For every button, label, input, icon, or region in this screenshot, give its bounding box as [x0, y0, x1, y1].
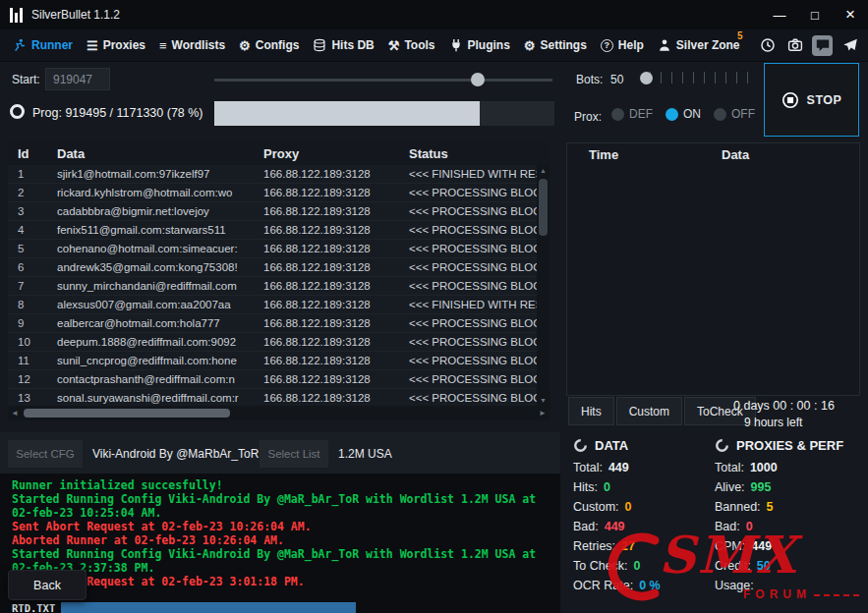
table-row[interactable]: 11sunil_cncprog@rediffmail.com:hone166.8… [8, 352, 537, 370]
cell-proxy: 166.88.122.189:3128 [254, 187, 399, 198]
start-input[interactable]: 919047 [45, 68, 110, 90]
stat-label: To Check: [573, 559, 628, 573]
table-row[interactable]: 12contactprashanth@rediffmail.com:n166.8… [8, 370, 537, 389]
scroll-right-icon[interactable]: ► [539, 409, 547, 418]
nav-label: Help [618, 38, 644, 52]
cell-data: fenix511@gmail.com:starwars511 [47, 224, 254, 236]
nav-proxies[interactable]: ☰ Proxies [80, 29, 152, 61]
cell-status: <<< PROCESSING BLOC [399, 243, 537, 254]
maximize-button[interactable]: □ [797, 0, 833, 29]
close-button[interactable]: × [833, 0, 868, 29]
telegram-icon[interactable] [839, 35, 860, 56]
nav-settings[interactable]: ⚙ Settings [517, 29, 594, 61]
nav-plugins[interactable]: Plugins [442, 29, 517, 61]
col-status: Status [399, 146, 550, 161]
prox-option-on[interactable]: ON [665, 107, 701, 121]
table-row[interactable]: 5cohenano@hotmail.com:simeacuer:166.88.1… [8, 240, 537, 258]
horizontal-scrollbar[interactable]: ◄ ► [8, 406, 550, 420]
plug-icon [449, 38, 463, 52]
select-list-button[interactable]: Select List [260, 440, 328, 468]
nav-configs[interactable]: ⚙ Configs [232, 29, 306, 61]
nav-wordlists[interactable]: ≡ Wordlists [152, 29, 232, 61]
prox-option-off[interactable]: OFF [714, 107, 755, 121]
scroll-up-icon[interactable]: ▲ [537, 167, 550, 174]
nav-tools[interactable]: ⚒ Tools [381, 29, 442, 61]
scroll-down-icon[interactable]: ▼ [537, 397, 550, 404]
table-row[interactable]: 9ealbercar@hotmail.com:hola777166.88.122… [8, 314, 537, 333]
vertical-scrollbar[interactable]: ▲ ▼ [537, 165, 550, 406]
table-row[interactable]: 3cadabbbra@bigmir.net:lovejoy166.88.122.… [8, 202, 537, 221]
app-window: SilverBullet 1.1.2 — □ × Runner ☰ Proxie… [0, 0, 868, 613]
history-icon[interactable] [757, 35, 778, 56]
tab-hits[interactable]: Hits [568, 397, 614, 425]
slider-handle[interactable] [640, 72, 653, 84]
stat-value: 449 [605, 520, 625, 533]
select-cfg-button[interactable]: Select CFG [8, 440, 83, 468]
col-data: Data [47, 146, 254, 161]
radio-icon [714, 108, 726, 121]
stat-value: 50 [757, 559, 771, 573]
cell-status: <<< PROCESSING BLOC [399, 336, 537, 348]
stat-value: 1000 [750, 461, 778, 474]
prox-on-label: ON [683, 107, 701, 121]
cell-proxy: 166.88.122.189:3128 [254, 243, 399, 254]
scrollbar-thumb[interactable] [539, 179, 548, 236]
col-proxy: Proxy [254, 146, 399, 161]
bots-label: Bots: [576, 73, 603, 86]
tools-icon: ⚒ [388, 39, 400, 52]
table-row[interactable]: 8alexsus007@gmail.com:aa2007aa166.88.122… [8, 296, 537, 314]
progress-ring-icon[interactable] [10, 104, 25, 119]
nav-runner[interactable]: Runner [6, 29, 80, 61]
nav-silver-zone[interactable]: Silver Zone 5 [651, 29, 747, 61]
minimize-button[interactable]: — [762, 0, 797, 29]
stat-label: OCR Rate: [573, 579, 633, 592]
camera-icon[interactable] [784, 35, 805, 56]
table-row[interactable]: 10deepum.1888@rediffmail.com:9092166.88.… [8, 333, 537, 352]
table-row[interactable]: 13sonal.suryawanshi@rediffmail.com:r166.… [8, 389, 537, 406]
log-line: Sent Abort Request at 02-feb-23 10:26:04… [12, 520, 550, 533]
stat-row: Bad:449 [573, 517, 711, 536]
chat-icon[interactable] [812, 35, 833, 56]
log-line: Started Running Config Viki-Android By @… [12, 547, 550, 575]
scrollbar-thumb[interactable] [24, 409, 230, 418]
stat-label: Credit: [715, 559, 751, 573]
table-row[interactable]: 7sunny_mirchandani@rediffmail.com166.88.… [8, 277, 537, 296]
nav-label: Wordlists [172, 38, 225, 52]
stat-row: Credit:50 [715, 556, 862, 576]
wordlist-position-slider[interactable] [214, 73, 552, 86]
stat-row: To Check:0 [573, 556, 711, 576]
data-stats-panel: DATA Total:449 Hits:0 Custom:0 Bad:449 R… [573, 438, 711, 595]
prox-option-def[interactable]: DEF [611, 107, 653, 121]
back-button[interactable]: Back [8, 570, 87, 600]
log-partial-text: RTD.TXT [12, 601, 55, 613]
cell-id: 12 [8, 373, 47, 385]
results-table-header: Id Data Proxy Status [8, 142, 550, 165]
bots-slider[interactable] [638, 69, 749, 86]
slider-track [214, 79, 552, 82]
table-row[interactable]: 4fenix511@gmail.com:starwars511166.88.12… [8, 221, 537, 240]
scroll-left-icon[interactable]: ◄ [11, 409, 19, 418]
cell-id: 1 [8, 168, 47, 180]
gear-icon: ⚙ [524, 39, 536, 52]
cell-proxy: 166.88.122.189:3128 [254, 373, 399, 385]
table-row[interactable]: 2rickard.kyhlstrom@hotmail.com:wo166.88.… [8, 184, 537, 202]
radio-icon [665, 108, 678, 121]
elapsed-time: 0 days 00 : 00 : 16 [733, 399, 835, 413]
stat-value: 449 [751, 539, 772, 553]
cell-id: 10 [8, 336, 47, 348]
cell-status: <<< PROCESSING BLOC [399, 205, 537, 217]
log-selection-highlight [61, 602, 356, 613]
nav-help[interactable]: ? Help [594, 29, 651, 61]
table-row[interactable]: 6andrewk35@gmail.com:kong75308!166.88.12… [8, 258, 537, 277]
table-row[interactable]: 1sjirk1@hotmail.com:97ikzelf97166.88.122… [8, 165, 537, 184]
nav-hits-db[interactable]: Hits DB [306, 29, 380, 61]
stat-label: Custom: [573, 500, 619, 514]
cell-status: <<< PROCESSING BLOC [399, 392, 537, 404]
database-icon [313, 38, 326, 52]
cell-status: <<< PROCESSING BLOC [399, 224, 537, 236]
slider-handle[interactable] [471, 73, 485, 86]
cell-id: 11 [8, 355, 47, 366]
tab-custom[interactable]: Custom [616, 397, 682, 425]
cell-id: 6 [8, 261, 47, 273]
stop-button[interactable]: STOP [764, 63, 859, 137]
